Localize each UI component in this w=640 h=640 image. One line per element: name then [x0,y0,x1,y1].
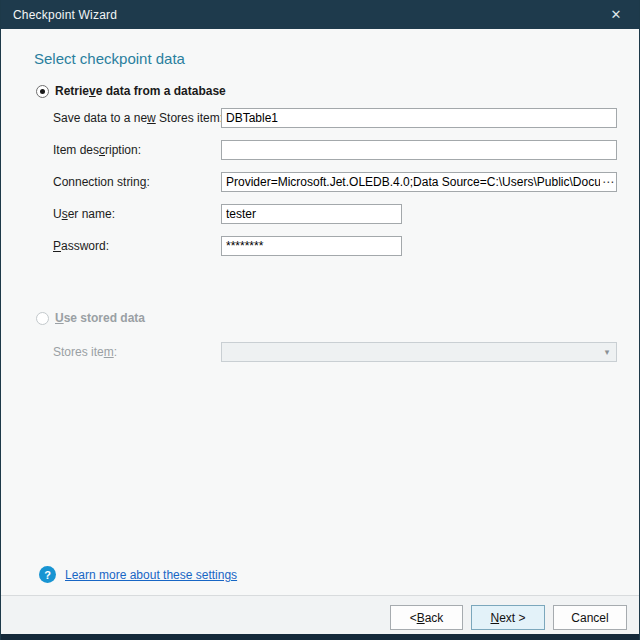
radio-selected-icon[interactable] [36,85,49,98]
user-name-input[interactable] [221,204,402,224]
browse-ellipsis-button[interactable]: ⋯ [600,173,616,191]
stores-item-new-input[interactable] [221,108,617,128]
user-name-label: User name: [53,204,115,224]
item-description-input[interactable] [221,140,617,160]
checkpoint-wizard-dialog: Checkpoint Wizard ✕ Select checkpoint da… [0,0,640,640]
item-description-label: Item description: [53,140,141,160]
window-title: Checkpoint Wizard [1,8,117,22]
title-bar: Checkpoint Wizard ✕ [1,0,639,29]
connection-string-field[interactable]: Provider=Microsoft.Jet.OLEDB.4.0;Data So… [221,172,617,192]
stores-item-label: Stores item: [53,342,117,362]
footer-bar: < Back Next > Cancel [1,595,639,634]
learn-more-link[interactable]: Learn more about these settings [65,568,237,582]
cancel-button[interactable]: Cancel [553,605,627,630]
radio-stored-label: Use stored data [55,311,145,325]
radio-use-stored-data[interactable]: Use stored data [36,311,145,325]
stores-item-combobox: ▾ [221,342,617,362]
connection-string-value: Provider=Microsoft.Jet.OLEDB.4.0;Data So… [222,175,600,189]
connection-string-label: Connection string: [53,172,150,192]
radio-unselected-icon[interactable] [36,312,49,325]
radio-retrieve-data[interactable]: Retrieve data from a database [36,84,226,98]
chevron-down-icon: ▾ [598,347,616,357]
close-icon[interactable]: ✕ [601,0,631,29]
back-button[interactable]: < Back [390,605,463,630]
help-icon[interactable]: ? [39,566,56,583]
password-input[interactable] [221,236,402,256]
next-button[interactable]: Next > [471,605,545,630]
stores-item-new-label: Save data to a new Stores item: [53,108,223,128]
help-row: ? Learn more about these settings [39,566,237,583]
radio-retrieve-label: Retrieve data from a database [55,84,226,98]
password-label: Password: [53,236,109,256]
window-bottom-border [1,634,639,640]
page-title: Select checkpoint data [34,50,185,67]
